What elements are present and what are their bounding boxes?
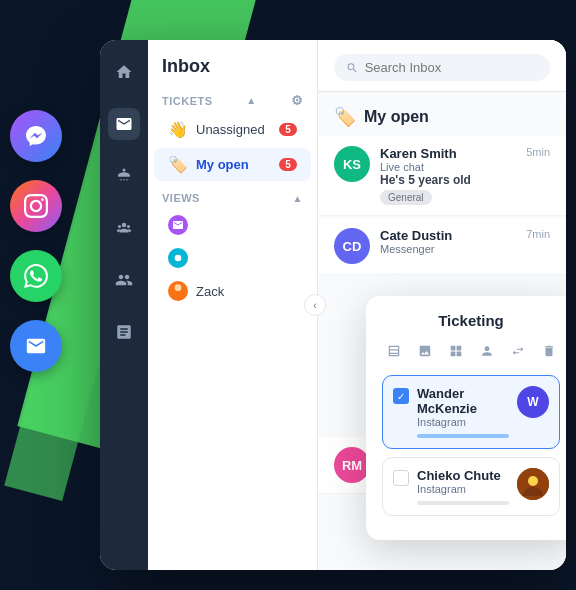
chat-info-cate: Cate Dustin Messenger: [380, 228, 516, 264]
tickets-section-label: TICKETS ▲ ⚙: [148, 87, 317, 112]
chat-time-karen: 5min: [526, 146, 550, 205]
inbox-panel: Inbox TICKETS ▲ ⚙ 👋 Unassigned 5 🏷️ My o…: [148, 40, 318, 570]
nav-contacts[interactable]: [108, 264, 140, 296]
ticket-card-chieko[interactable]: Chieko Chute Instagram: [382, 457, 560, 516]
toolbar-icon-image[interactable]: [413, 339, 436, 363]
svg-point-0: [122, 223, 127, 228]
ticket-bar-wander: [417, 434, 509, 438]
tickets-chevron[interactable]: ▲: [246, 95, 256, 106]
main-header: [318, 40, 566, 92]
checkbox-wander[interactable]: ✓: [393, 388, 409, 404]
chat-name-cate: Cate Dustin: [380, 228, 516, 243]
ticket-info-chieko: Chieko Chute Instagram: [417, 468, 509, 505]
chat-source-cate: Messenger: [380, 243, 516, 255]
unassigned-emoji: 👋: [168, 120, 188, 139]
unassigned-badge: 5: [279, 123, 297, 136]
instagram-icon[interactable]: [10, 180, 62, 232]
toolbar-icon-delete[interactable]: [537, 339, 560, 363]
app-container: Inbox TICKETS ▲ ⚙ 👋 Unassigned 5 🏷️ My o…: [100, 40, 566, 570]
chat-info-karen: Karen Smith Live chat He's 5 years old G…: [380, 146, 516, 205]
svg-point-6: [528, 476, 538, 486]
my-open-icon: 🏷️: [334, 106, 356, 128]
view-item-1[interactable]: [154, 209, 311, 241]
nav-inbox[interactable]: [108, 108, 140, 140]
unassigned-item[interactable]: 👋 Unassigned 5: [154, 113, 311, 146]
toolbar-icon-grid[interactable]: [444, 339, 467, 363]
tickets-settings-icon[interactable]: ⚙: [291, 93, 304, 108]
chat-time-cate: 7min: [526, 228, 550, 264]
search-input[interactable]: [365, 60, 538, 75]
view-dot-2: [168, 248, 188, 268]
chat-preview-karen: He's 5 years old: [380, 173, 516, 187]
social-icons-panel: [10, 110, 62, 372]
my-open-item[interactable]: 🏷️ My open 5: [154, 148, 311, 181]
my-open-header: 🏷️ My open: [318, 92, 566, 136]
toolbar-icon-table[interactable]: [382, 339, 405, 363]
svg-point-2: [127, 225, 130, 228]
svg-point-3: [175, 255, 182, 262]
collapse-arrow[interactable]: ‹: [304, 294, 326, 316]
views-section: VIEWS ▲ Zack: [148, 186, 317, 308]
ticket-name-wander: Wander McKenzie: [417, 386, 509, 416]
chat-name-karen: Karen Smith: [380, 146, 516, 161]
search-icon: [346, 61, 359, 75]
views-chevron[interactable]: ▲: [293, 193, 303, 204]
chat-source-karen: Live chat: [380, 161, 516, 173]
ticket-source-chieko: Instagram: [417, 483, 509, 495]
checkbox-chieko[interactable]: [393, 470, 409, 486]
svg-point-1: [118, 225, 121, 228]
ticket-avatar-wander: W: [517, 386, 549, 418]
email-icon[interactable]: [10, 320, 62, 372]
search-bar[interactable]: [334, 54, 550, 81]
view-dot-1: [168, 215, 188, 235]
nav-team[interactable]: [108, 212, 140, 244]
my-open-title: My open: [364, 108, 429, 126]
ticket-name-chieko: Chieko Chute: [417, 468, 509, 483]
nav-reports[interactable]: [108, 316, 140, 348]
whatsapp-icon[interactable]: [10, 250, 62, 302]
main-area: ‹ 🏷️ My open KS Karen Smith Live chat: [318, 40, 566, 570]
messenger-icon[interactable]: [10, 110, 62, 162]
view-item-2[interactable]: [154, 242, 311, 274]
avatar-robert: RM: [334, 447, 370, 483]
toolbar-icon-transfer[interactable]: [506, 339, 529, 363]
ticket-source-wander: Instagram: [417, 416, 509, 428]
nav-home[interactable]: [108, 56, 140, 88]
avatar-karen: KS: [334, 146, 370, 182]
ticketing-toolbar: [382, 339, 560, 363]
ticketing-popup: Ticketing: [366, 296, 566, 540]
toolbar-icon-user[interactable]: [475, 339, 498, 363]
views-section-label: VIEWS ▲: [148, 186, 317, 208]
svg-point-4: [175, 284, 182, 291]
spacer: [318, 277, 566, 297]
inbox-title: Inbox: [148, 40, 317, 87]
chat-item-cate[interactable]: CD Cate Dustin Messenger 7min: [318, 218, 566, 275]
ticket-card-wander[interactable]: ✓ Wander McKenzie Instagram W: [382, 375, 560, 449]
avatar-cate: CD: [334, 228, 370, 264]
left-nav: [100, 40, 148, 570]
my-open-badge: 5: [279, 158, 297, 171]
nav-bot[interactable]: [108, 160, 140, 192]
my-open-emoji: 🏷️: [168, 155, 188, 174]
chat-item-karen[interactable]: KS Karen Smith Live chat He's 5 years ol…: [318, 136, 566, 216]
ticket-bar-chieko: [417, 501, 509, 505]
view-item-zack[interactable]: Zack: [154, 275, 311, 307]
ticketing-title: Ticketing: [382, 312, 560, 329]
chieko-photo: [517, 468, 549, 500]
view-dot-zack: [168, 281, 188, 301]
view-zack-label: Zack: [196, 284, 224, 299]
chat-tag-karen: General: [380, 190, 432, 205]
ticket-info-wander: Wander McKenzie Instagram: [417, 386, 509, 438]
ticket-avatar-chieko: [517, 468, 549, 500]
